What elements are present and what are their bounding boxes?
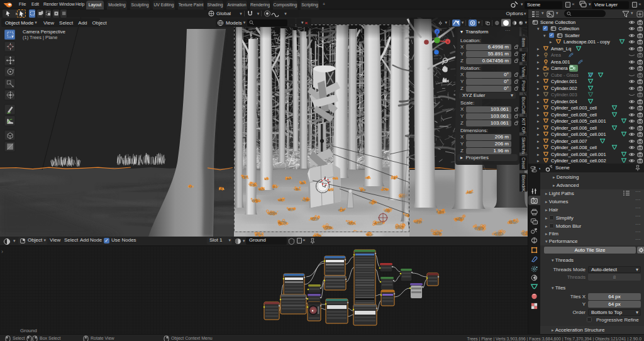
svg-text:Z: Z [436, 30, 438, 34]
svg-text:Y: Y [436, 43, 438, 47]
svg-text:Camera Perspective: Camera Perspective [23, 29, 65, 35]
svg-text:X: X [447, 40, 449, 44]
svg-text:(1) Trees | Plane: (1) Trees | Plane [23, 35, 57, 40]
